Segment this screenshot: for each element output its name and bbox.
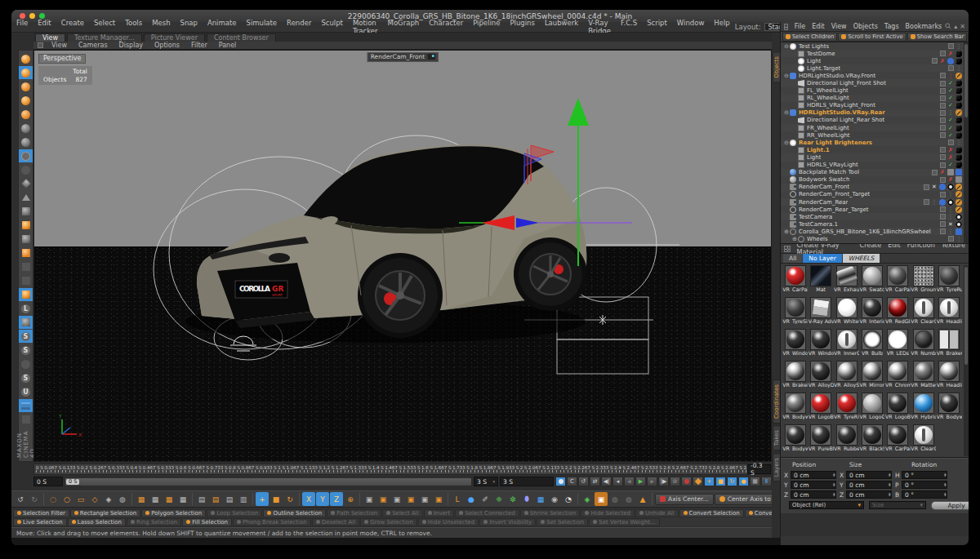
- stamp-icon[interactable]: ◉: [548, 492, 561, 506]
- material-vr-tyrerin[interactable]: VR_TyreRin: [834, 393, 859, 424]
- vpmenu-filter[interactable]: Filter: [185, 42, 213, 49]
- apply-button[interactable]: Apply: [931, 501, 969, 510]
- center-axis-to-button[interactable]: Center Axis to: [715, 494, 776, 505]
- material-vr-bulb[interactable]: VR_Bulb: [859, 329, 884, 361]
- grow-selection-button[interactable]: Grow Selection: [360, 518, 417, 526]
- lock-x-axis-button[interactable]: X: [302, 492, 315, 506]
- tree-item-rl-wheellight[interactable]: RL_WheelLight✓: [781, 95, 969, 102]
- animation-curve-icon[interactable]: C: [567, 477, 577, 486]
- panel-grid-icon[interactable]: [784, 24, 788, 30]
- rotation-p-field[interactable]: 0 °: [902, 481, 947, 489]
- rotate-tool[interactable]: ↻: [283, 492, 296, 506]
- material-vr-innergl[interactable]: VR_InnerGl: [834, 329, 859, 361]
- live-selection-tool[interactable]: ◌: [47, 492, 60, 506]
- set-vertex-weight--button[interactable]: Set Vertex Weight...: [589, 518, 660, 526]
- rotation-h-field[interactable]: 0 °: [902, 471, 947, 479]
- tree-item-light[interactable]: Light✗: [781, 57, 969, 64]
- loop-icon[interactable]: ↺: [578, 477, 589, 486]
- tree-item-directional-light-front-shot[interactable]: Directional Light_Front Shot✓: [781, 79, 969, 87]
- render-region-button[interactable]: ▣: [418, 492, 431, 506]
- points-mode-icon[interactable]: [19, 122, 33, 135]
- panel-search-icon[interactable]: [945, 23, 951, 29]
- texture-mode-icon[interactable]: [19, 80, 33, 93]
- bulb-icon[interactable]: ◔: [562, 492, 575, 506]
- material-tab-all[interactable]: All: [783, 254, 802, 263]
- record-off-icon[interactable]: ⊘: [670, 477, 680, 486]
- material-vr-tyresid[interactable]: VR_TyreSid: [782, 297, 808, 329]
- material-vr-rubber[interactable]: VR_Rubber: [834, 424, 859, 456]
- bridge-icon[interactable]: ▦: [534, 492, 547, 506]
- tree-item-testcamera[interactable]: TestCamera⋮: [781, 213, 969, 220]
- layers-tool-icon[interactable]: [19, 399, 33, 412]
- tree-item-fr-wheellight[interactable]: FR_WheelLight✓: [781, 124, 969, 131]
- material-vr-blackst[interactable]: VR_BlackSt: [859, 424, 884, 456]
- material-vr-mirrors[interactable]: VR_Mirrors: [859, 361, 884, 393]
- disabled-mode-icon[interactable]: [19, 163, 33, 176]
- lasso-selection-button[interactable]: Lasso Selection: [68, 518, 126, 526]
- material-vr-logogr[interactable]: VR_LogoGr: [859, 393, 884, 424]
- objmenu-bookmarks[interactable]: Bookmarks: [902, 23, 946, 30]
- modeling-grid-icon-2[interactable]: ▦: [149, 492, 162, 506]
- rectangle-selection-tool[interactable]: ▭: [74, 492, 87, 506]
- material-vr-purebla[interactable]: VR_PureBla: [808, 424, 833, 456]
- outline-selection-button[interactable]: Outline Selection: [263, 509, 326, 517]
- tree-item-testdome[interactable]: TestDome✗: [781, 50, 969, 57]
- scroll-to-first-active-button[interactable]: Scroll to First Active: [838, 33, 906, 42]
- hide-selected-button[interactable]: Hide Selected: [581, 509, 635, 517]
- array-icon[interactable]: ▤: [209, 492, 222, 506]
- playhead-marker[interactable]: 0 S: [66, 479, 79, 485]
- character-solver-icon[interactable]: Ⅱ: [761, 477, 772, 486]
- tree-item-rendercam-rear-target[interactable]: RenderCam_Rear_Target⋮: [781, 206, 969, 213]
- shrink-selection-button[interactable]: Shrink Selection: [520, 509, 581, 517]
- interactive-render-button[interactable]: ▣: [432, 492, 445, 506]
- tree-scrollbar[interactable]: [964, 42, 969, 243]
- weld-icon[interactable]: ▤: [223, 492, 236, 506]
- objmenu-objects[interactable]: Objects: [850, 23, 881, 30]
- scale-tool[interactable]: ■: [270, 492, 283, 506]
- live-selection-button[interactable]: Live Selection: [13, 518, 67, 526]
- menu-file[interactable]: File: [11, 19, 33, 35]
- material-vr-exhaus[interactable]: VR_Exhaus: [834, 265, 859, 297]
- material-vr-headlig[interactable]: VR_Headlig: [937, 297, 962, 329]
- doc-tab-texture-manager-[interactable]: Texture Manager...: [67, 33, 142, 42]
- modeling-grid-icon-1[interactable]: ▦: [135, 492, 148, 506]
- rotation-b-field[interactable]: 0 °: [902, 490, 947, 499]
- play-button[interactable]: ▶: [635, 477, 646, 486]
- vpmenu-options[interactable]: Options: [149, 42, 185, 49]
- rendercam-label[interactable]: RenderCam_Front: [368, 52, 439, 62]
- ring-selection-button[interactable]: Ring Selection: [127, 518, 181, 526]
- show-search-bar-button[interactable]: Show Search Bar: [907, 33, 968, 42]
- loop-selection-button[interactable]: Loop Selection: [207, 509, 262, 517]
- tree-item-light-target[interactable]: Light.Target⋮: [781, 64, 969, 72]
- spline-icon[interactable]: ✼: [506, 492, 519, 506]
- pen-icon[interactable]: ✐: [479, 492, 492, 506]
- vpmenu-view[interactable]: View: [46, 42, 73, 49]
- autokey-position-button[interactable]: +: [704, 477, 715, 486]
- make-editable-icon[interactable]: [19, 52, 33, 65]
- tree-item-corolla-grs-hb-bitone-1k6-18inchgrswheel[interactable]: ⊕Corolla_GRS_HB_Bitone_1K6_18inchGRSwhee…: [781, 228, 969, 235]
- keyframe-options-icon[interactable]: ▦: [750, 477, 760, 486]
- tree-item-hdrls-vraylight[interactable]: HDRLS_VRayLight✓: [781, 162, 969, 169]
- material-vr-logobl[interactable]: VR_LogoBl: [885, 393, 911, 424]
- material-tab-wheels[interactable]: WHEELS: [843, 254, 880, 263]
- material-vr-cleargl[interactable]: VR_ClearGl: [911, 297, 936, 329]
- workplane-mode-icon[interactable]: [19, 94, 33, 107]
- material-vr-tyreru[interactable]: VR_TyreRu: [937, 265, 962, 297]
- doodle-icon[interactable]: ◈: [581, 492, 594, 506]
- timeline-offset-field[interactable]: -0.3 S: [747, 464, 771, 474]
- material-vr-brakec[interactable]: VR_BrakeC: [937, 329, 962, 361]
- material-vr-redgla[interactable]: VR_RedGla: [885, 297, 911, 329]
- folder-active-icon[interactable]: ▣: [595, 492, 608, 506]
- timeline-ruler[interactable]: 0 S0.067 S0.133 S0.2 S0.267 S0.333 S0.4 …: [33, 464, 772, 475]
- material-vr-bodyw[interactable]: VR_Bodyw: [782, 393, 808, 424]
- model-mode-icon[interactable]: [19, 66, 33, 79]
- cube-orange-icon[interactable]: [19, 219, 33, 232]
- material-vr-bodyw[interactable]: VR_Bodyw: [782, 424, 808, 456]
- size-y-field[interactable]: 0 cm: [846, 481, 892, 489]
- fill-selection-button[interactable]: Fill Selection: [182, 518, 232, 526]
- tree-item-fl-wheellight[interactable]: FL_WheelLight✓: [781, 87, 969, 95]
- magnet-tool-icon[interactable]: U: [19, 385, 33, 398]
- material-vr-ground[interactable]: VR_Ground: [911, 265, 936, 297]
- ghost-icon-2[interactable]: ◍: [622, 492, 635, 506]
- material-vr-carpair[interactable]: VR_CarPair: [885, 424, 911, 456]
